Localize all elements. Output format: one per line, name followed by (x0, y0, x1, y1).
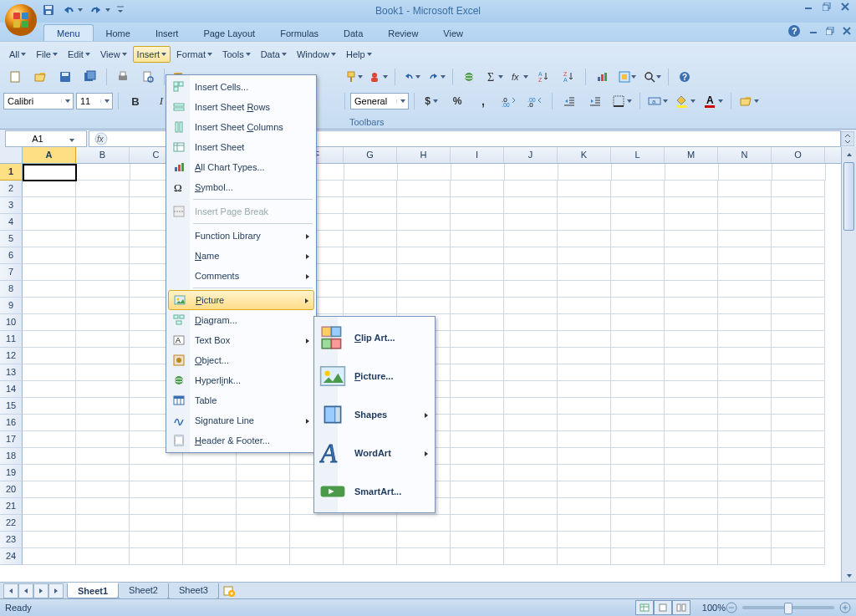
cell[interactable] (504, 314, 558, 331)
cell[interactable] (504, 364, 558, 381)
cell[interactable] (398, 164, 451, 181)
cell[interactable] (611, 281, 665, 298)
cell[interactable] (611, 381, 665, 398)
row-header[interactable]: 21 (0, 498, 23, 515)
cell[interactable] (23, 348, 76, 364)
column-header[interactable]: I (451, 147, 504, 163)
cell[interactable] (611, 532, 665, 548)
cell[interactable] (612, 164, 665, 181)
menu-view[interactable]: View (96, 46, 131, 63)
percent-button[interactable]: % (446, 91, 469, 111)
redo-button-2[interactable] (425, 67, 448, 87)
cell[interactable] (718, 197, 772, 214)
cell[interactable] (611, 197, 665, 214)
ribbon-tab-data[interactable]: Data (331, 25, 375, 41)
cell[interactable] (23, 398, 76, 415)
cell[interactable] (772, 264, 825, 281)
cell[interactable] (611, 498, 665, 515)
cell[interactable] (558, 247, 611, 264)
cell[interactable] (76, 548, 130, 565)
cell[interactable] (130, 532, 183, 548)
zoom-button[interactable] (640, 67, 664, 87)
next-sheet-button[interactable] (33, 583, 48, 598)
cell[interactable] (558, 548, 611, 565)
cell[interactable] (183, 498, 237, 515)
cell[interactable] (76, 431, 130, 448)
cell[interactable] (76, 314, 130, 331)
cell[interactable] (558, 381, 611, 398)
cell[interactable] (558, 298, 611, 314)
cell[interactable] (451, 415, 504, 431)
row-header[interactable]: 13 (0, 364, 23, 381)
function-button[interactable]: fx (507, 67, 531, 87)
cell[interactable] (772, 465, 825, 481)
cell[interactable] (611, 298, 665, 314)
menu-item-symbol[interactable]: ΩSymbol... (168, 177, 314, 197)
menu-item-object[interactable]: Object... (168, 350, 314, 370)
cell[interactable] (23, 532, 76, 548)
cell[interactable] (451, 448, 504, 465)
cell[interactable] (23, 298, 76, 314)
cell[interactable] (718, 548, 772, 565)
cell[interactable] (772, 231, 825, 247)
help-button-2[interactable]: ? (673, 67, 696, 87)
cell[interactable] (558, 532, 611, 548)
row-header[interactable]: 7 (0, 264, 23, 281)
row-header[interactable]: 6 (0, 247, 23, 264)
cell[interactable] (23, 431, 76, 448)
cell[interactable] (397, 515, 451, 532)
menu-item-picture[interactable]: Picture... (316, 357, 433, 395)
cell[interactable] (611, 398, 665, 415)
cell[interactable] (772, 532, 825, 548)
cell[interactable] (183, 515, 237, 532)
cell[interactable] (772, 481, 825, 498)
cell[interactable] (397, 298, 451, 314)
bold-button[interactable]: B (124, 91, 147, 111)
font-color-button[interactable]: A (701, 91, 726, 111)
cell[interactable] (504, 181, 558, 197)
normal-view-button[interactable] (635, 600, 654, 615)
save-button-2[interactable] (54, 67, 77, 87)
fill-color-button[interactable] (673, 91, 698, 111)
cell[interactable] (130, 548, 183, 565)
cell[interactable] (504, 481, 558, 498)
zoom-percent[interactable]: 100% (702, 603, 726, 613)
row-header[interactable]: 22 (0, 515, 23, 532)
row-header[interactable]: 14 (0, 381, 23, 398)
cell[interactable] (718, 381, 772, 398)
menu-item-wordart[interactable]: AWordArt (316, 434, 433, 472)
cell[interactable] (451, 264, 504, 281)
ribbon-tab-page-layout[interactable]: Page Layout (191, 25, 268, 41)
cell[interactable] (76, 364, 130, 381)
menu-item-header-footer[interactable]: Header & Footer... (168, 430, 314, 451)
cell[interactable] (558, 264, 611, 281)
cell[interactable] (665, 548, 718, 565)
cell[interactable] (237, 548, 290, 565)
format-painter-button[interactable] (342, 67, 365, 87)
cell[interactable] (451, 364, 504, 381)
cell[interactable] (772, 247, 825, 264)
cell[interactable] (504, 197, 558, 214)
column-headers[interactable]: ABCDEFGHIJKLMNO (0, 147, 856, 164)
cell[interactable] (23, 498, 76, 515)
cell[interactable] (183, 532, 237, 548)
cell[interactable] (344, 181, 397, 197)
cell[interactable] (772, 415, 825, 431)
sheet-tab[interactable]: Sheet3 (168, 583, 219, 599)
hyperlink-button[interactable] (457, 67, 481, 87)
cell[interactable] (665, 214, 718, 231)
zoom-slider[interactable] (742, 606, 834, 609)
cell[interactable] (718, 298, 772, 314)
cell[interactable] (665, 465, 718, 481)
row-header[interactable]: 1 (0, 164, 23, 181)
row-header[interactable]: 11 (0, 331, 23, 348)
select-all-corner[interactable] (0, 147, 23, 163)
cell[interactable] (23, 481, 76, 498)
cell[interactable] (718, 448, 772, 465)
row-header[interactable]: 3 (0, 197, 23, 214)
cell[interactable] (665, 314, 718, 331)
cell[interactable] (76, 515, 130, 532)
cell[interactable] (76, 247, 130, 264)
cell[interactable] (718, 515, 772, 532)
cell[interactable] (290, 515, 344, 532)
